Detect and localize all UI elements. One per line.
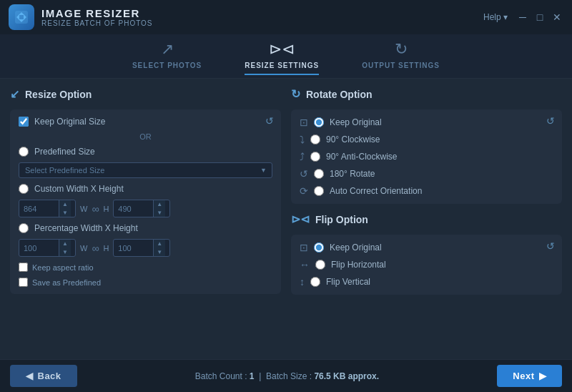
step-resize-settings-label: RESIZE SETTINGS — [245, 62, 319, 69]
rotate-keep-icon: ⊡ — [300, 117, 308, 128]
rotate-90acw-radio[interactable] — [310, 152, 320, 162]
keep-aspect-ratio-checkbox[interactable] — [19, 263, 28, 272]
rotate-card: ↺ ⊡ Keep Original ⤵ 90° Clockwise ⤴ 90° … — [291, 109, 562, 204]
custom-h-label: H — [103, 205, 109, 213]
rotate-90cw-icon: ⤵ — [300, 134, 305, 145]
flip-keep-icon: ⊡ — [300, 242, 308, 253]
rotate-90cw-label[interactable]: 90° Clockwise — [326, 134, 380, 144]
flip-title-text: Flip Option — [315, 214, 368, 225]
footer: ◀ Back Batch Count : 1 | Batch Size : 76… — [0, 359, 572, 392]
save-predefined-label[interactable]: Save as Predefined — [32, 278, 101, 287]
custom-size-inputs: ▲ ▼ W ∞ H ▲ ▼ — [19, 200, 272, 217]
app-title: IMAGE RESIZER — [41, 7, 479, 19]
resize-icon: ↙ — [10, 87, 19, 101]
rotate-180-label[interactable]: 180° Rotate — [330, 169, 375, 179]
flip-section-title: ⊳⊲ Flip Option — [291, 212, 562, 226]
step-select-photos[interactable]: ↗ SELECT PHOTOS — [132, 40, 202, 75]
save-predefined-row: Save as Predefined — [19, 278, 272, 287]
resize-reset-button[interactable]: ↺ — [265, 115, 274, 127]
percentage-size-row: Percentage Width X Height — [19, 223, 272, 233]
custom-width-wrap: ▲ ▼ — [19, 200, 76, 217]
rotate-keep-original-radio[interactable] — [314, 117, 324, 127]
rotate-180-icon: ↺ — [300, 168, 308, 180]
flip-horizontal-radio[interactable] — [315, 260, 325, 270]
next-label: Next — [513, 371, 534, 381]
custom-height-up[interactable]: ▲ — [154, 200, 165, 209]
pct-height-spinners: ▲ ▼ — [153, 240, 165, 256]
custom-size-label[interactable]: Custom Width X Height — [34, 184, 124, 194]
help-button[interactable]: Help ▾ — [479, 11, 512, 24]
batch-size-value: 76.5 KB approx. — [314, 371, 379, 381]
keep-aspect-ratio-label[interactable]: Keep aspect ratio — [32, 263, 94, 272]
back-button[interactable]: ◀ Back — [10, 365, 77, 387]
flip-vertical-radio[interactable] — [310, 277, 320, 287]
maximize-button[interactable]: □ — [533, 11, 546, 24]
pct-width-input[interactable] — [19, 241, 59, 255]
resize-title-text: Resize Option — [25, 89, 92, 100]
rotate-90cw-row: ⤵ 90° Clockwise — [300, 134, 553, 145]
next-chevron-icon: ▶ — [539, 371, 547, 381]
rotate-auto-label[interactable]: Auto Correct Orientation — [330, 186, 422, 196]
close-button[interactable]: ✕ — [551, 11, 563, 24]
flip-horizontal-label[interactable]: Flip Horizontal — [331, 260, 386, 270]
custom-size-row: Custom Width X Height — [19, 184, 272, 194]
keep-aspect-ratio-row: Keep aspect ratio — [19, 263, 272, 272]
custom-height-input[interactable] — [114, 202, 153, 216]
pct-height-up[interactable]: ▲ — [154, 240, 165, 248]
rotate-reset-button[interactable]: ↺ — [546, 115, 555, 127]
pct-height-down[interactable]: ▼ — [154, 248, 165, 257]
predefined-size-radio[interactable] — [19, 147, 29, 157]
custom-height-down[interactable]: ▼ — [154, 209, 165, 217]
keep-original-size-checkbox[interactable] — [19, 117, 29, 127]
predefined-size-row: Predefined Size — [19, 147, 272, 157]
back-chevron-icon: ◀ — [26, 371, 34, 381]
percentage-size-label[interactable]: Percentage Width X Height — [34, 223, 138, 233]
custom-width-down[interactable]: ▼ — [59, 209, 71, 217]
keep-original-size-label[interactable]: Keep Original Size — [34, 117, 105, 127]
custom-height-wrap: ▲ ▼ — [113, 200, 170, 217]
rotate-title-text: Rotate Option — [306, 89, 373, 100]
step-resize-settings[interactable]: ⊳⊲ RESIZE SETTINGS — [245, 40, 319, 75]
main-content: ↙ Resize Option ↺ Keep Original Size OR … — [0, 79, 572, 359]
next-button[interactable]: Next ▶ — [497, 365, 562, 387]
rotate-180-radio[interactable] — [314, 169, 324, 179]
rotate-auto-radio[interactable] — [314, 186, 324, 196]
flip-keep-original-label[interactable]: Keep Original — [330, 242, 382, 253]
flip-reset-button[interactable]: ↺ — [546, 240, 555, 252]
percentage-size-inputs: ▲ ▼ W ∞ H ▲ ▼ — [19, 239, 272, 257]
predefined-size-label[interactable]: Predefined Size — [34, 147, 95, 157]
rotate-90acw-icon: ⤴ — [300, 151, 305, 162]
flip-keep-original-row: ⊡ Keep Original — [300, 242, 553, 253]
custom-width-input[interactable] — [19, 202, 59, 216]
pct-width-down[interactable]: ▼ — [59, 248, 71, 257]
step-select-photos-label: SELECT PHOTOS — [132, 62, 202, 69]
batch-count-label: Batch Count : — [195, 371, 247, 381]
flip-vertical-row: ↕ Flip Vertical — [300, 276, 553, 288]
minimize-button[interactable]: ─ — [516, 11, 529, 24]
or-divider: OR — [19, 132, 272, 141]
keep-original-size-row: Keep Original Size — [19, 117, 272, 127]
rotate-keep-original-label[interactable]: Keep Original — [330, 117, 382, 127]
step-resize-settings-icon: ⊳⊲ — [269, 40, 295, 59]
save-predefined-checkbox[interactable] — [19, 278, 28, 287]
app-logo — [9, 4, 34, 30]
batch-size-label: Batch Size : — [266, 371, 312, 381]
step-output-settings-icon: ↻ — [395, 40, 408, 59]
pct-height-input[interactable] — [114, 241, 153, 255]
back-label: Back — [38, 371, 61, 381]
rotate-auto-icon: ⟳ — [300, 185, 308, 197]
rotate-90acw-row: ⤴ 90° Anti-Clockwise — [300, 151, 553, 162]
flip-vertical-label[interactable]: Flip Vertical — [326, 277, 370, 287]
pct-width-up[interactable]: ▲ — [59, 240, 71, 248]
app-title-block: IMAGE RESIZER RESIZE BATCH OF PHOTOS — [41, 7, 479, 27]
predefined-size-select[interactable]: Select Predefined Size — [19, 162, 272, 178]
rotate-90acw-label[interactable]: 90° Anti-Clockwise — [326, 152, 398, 162]
custom-size-radio[interactable] — [19, 184, 29, 194]
flip-keep-original-radio[interactable] — [314, 242, 324, 253]
pct-w-label: W — [80, 244, 87, 253]
app-subtitle: RESIZE BATCH OF PHOTOS — [41, 19, 479, 27]
percentage-size-radio[interactable] — [19, 223, 29, 233]
step-output-settings[interactable]: ↻ OUTPUT SETTINGS — [362, 40, 440, 75]
rotate-90cw-radio[interactable] — [310, 134, 320, 144]
custom-width-up[interactable]: ▲ — [59, 200, 71, 209]
